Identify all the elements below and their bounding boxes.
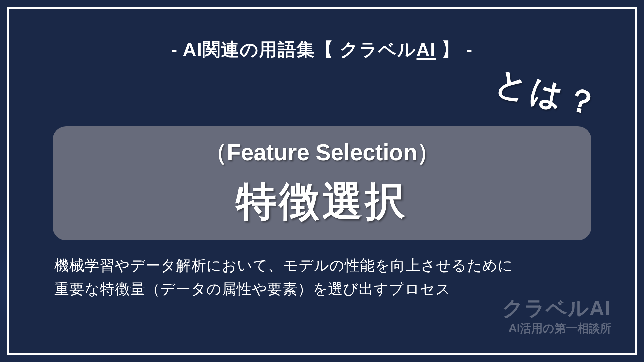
brand-tagline: AI活用の第一相談所: [502, 321, 611, 336]
header-ai-underline: AI: [416, 39, 436, 59]
term-description: 機械学習やデータ解析において、モデルの性能を向上させるために 重要な特徴量（デー…: [54, 254, 590, 301]
content-box: （Feature Selection） 特徴選択: [53, 126, 591, 240]
header-part2: 】: [436, 39, 460, 59]
header-text: - AI関連の用語集【 クラベルAI 】 -: [171, 39, 473, 59]
brand-name: クラベルAI: [502, 294, 611, 322]
header-prefix: -: [171, 39, 183, 59]
term-subtitle-english: （Feature Selection）: [204, 137, 440, 168]
header-suffix: -: [461, 39, 473, 59]
outer-frame: - AI関連の用語集【 クラベルAI 】 - とは？ （Feature Sele…: [7, 7, 637, 355]
header-part1: AI関連の用語集【 クラベル: [183, 39, 416, 59]
page-header: - AI関連の用語集【 クラベルAI 】 -: [9, 38, 635, 62]
term-main-title: 特徴選択: [236, 175, 408, 229]
towa-badge: とは？: [491, 61, 605, 127]
brand-footer: クラベルAI AI活用の第一相談所: [502, 294, 611, 336]
description-line-1: 機械学習やデータ解析において、モデルの性能を向上させるために: [54, 254, 590, 277]
